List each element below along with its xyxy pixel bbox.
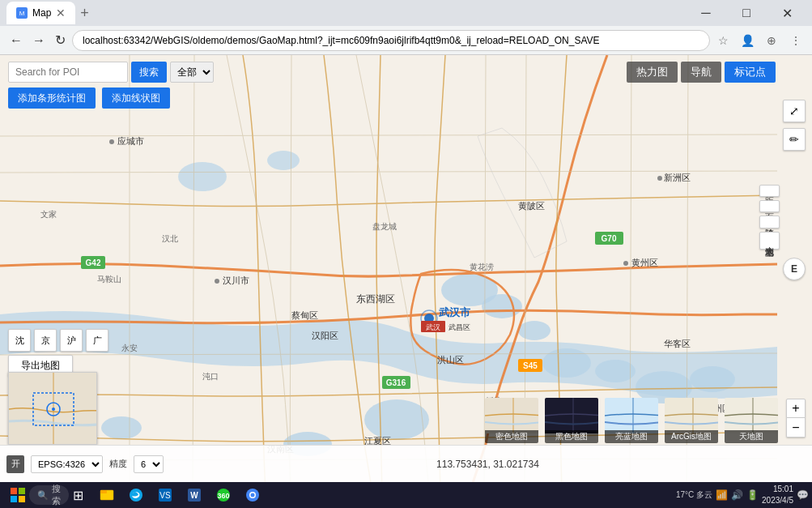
svg-rect-57: [545, 398, 600, 433]
svg-text:东西湖区: 东西湖区: [356, 293, 395, 305]
layer-blue-label: 亮蓝地图: [605, 430, 658, 443]
svg-text:G316: G316: [386, 378, 406, 387]
svg-point-12: [267, 151, 300, 170]
layer-arcgis-map[interactable]: ArcGis地图: [663, 396, 720, 445]
taskbar-task-view[interactable]: ⊞: [65, 484, 91, 506]
poi-search-input[interactable]: [8, 62, 128, 83]
layer-blue-map[interactable]: 亮蓝地图: [603, 396, 660, 445]
zoom-out-button[interactable]: −: [786, 418, 806, 438]
mini-map: [8, 372, 97, 445]
back-button[interactable]: ←: [6, 30, 26, 51]
compass[interactable]: E: [783, 258, 806, 280]
precision-select[interactable]: 6: [134, 455, 164, 473]
new-tab-button[interactable]: +: [75, 5, 94, 22]
category-select[interactable]: 全部 餐饮 住宿 购物 景点: [170, 62, 214, 83]
toggle-button[interactable]: 开: [6, 455, 24, 473]
layer-black-map[interactable]: 黑色地图: [543, 396, 600, 445]
heatmap-button[interactable]: 热力图: [627, 62, 678, 83]
taskbar-explorer[interactable]: [94, 484, 120, 506]
svg-point-2: [482, 294, 522, 318]
tray-sound-icon[interactable]: 🔊: [731, 489, 743, 501]
extensions-icon[interactable]: ⊕: [762, 31, 781, 50]
tray-battery-icon[interactable]: 🔋: [746, 489, 759, 501]
tray-network-icon[interactable]: 📶: [716, 489, 728, 501]
svg-point-33: [657, 176, 662, 181]
svg-point-11: [178, 162, 227, 191]
time-display[interactable]: 15:01 2023/4/5: [762, 484, 793, 506]
pencil-button[interactable]: ✏: [783, 128, 806, 151]
svg-point-10: [101, 416, 142, 439]
svg-text:G70: G70: [602, 234, 617, 243]
svg-text:新洲区: 新洲区: [664, 173, 691, 182]
layer-tianditu-label: 天地图: [725, 430, 778, 443]
weather-display: 17°C 多云: [676, 489, 712, 501]
clear-measure-button[interactable]: 清除: [759, 216, 780, 228]
area-measure-button[interactable]: 面: [759, 200, 780, 212]
add-bar-chart-button[interactable]: 添加条形统计图: [8, 88, 96, 109]
svg-text:武汉市: 武汉市: [439, 306, 471, 318]
forward-button[interactable]: →: [29, 30, 49, 51]
navigation-button[interactable]: 导航: [681, 62, 721, 83]
taskbar-word[interactable]: W: [181, 484, 207, 506]
svg-text:黄州区: 黄州区: [631, 258, 658, 267]
tab-title: Map: [32, 7, 51, 19]
settings-icon[interactable]: ⋮: [786, 31, 806, 50]
route-jing-btn[interactable]: 京: [34, 329, 57, 352]
maximize-button[interactable]: □: [728, 2, 765, 24]
layer-dense-map[interactable]: 密色地图: [483, 396, 540, 445]
map-container[interactable]: G70 G316 G42 S45 应城市 汉川市 东西湖区 汉阳区 蔡甸区 洪山…: [0, 55, 812, 482]
address-bar-row: ← → ↻ ☆ 👤 ⊕ ⋮: [0, 26, 812, 55]
svg-text:马鞍山: 马鞍山: [97, 275, 121, 284]
svg-point-54: [52, 408, 55, 411]
svg-text:S45: S45: [523, 361, 538, 370]
reload-button[interactable]: ↻: [52, 29, 69, 51]
svg-rect-59: [665, 398, 720, 433]
svg-rect-61: [11, 488, 17, 494]
svg-text:汉阳区: 汉阳区: [312, 331, 338, 340]
taskbar-vscode[interactable]: VS: [152, 484, 178, 506]
marker-button[interactable]: 标记点: [725, 62, 776, 83]
clock-time: 15:01: [762, 484, 793, 495]
taskbar-chrome[interactable]: [240, 484, 266, 506]
clock-date: 2023/4/5: [762, 495, 793, 506]
svg-point-67: [130, 489, 142, 502]
svg-point-22: [109, 139, 114, 144]
taskbar-search-label: 搜索: [52, 483, 61, 507]
active-tab[interactable]: M Map ✕: [6, 2, 75, 24]
close-button[interactable]: ✕: [768, 2, 806, 24]
taskbar-edge[interactable]: [123, 484, 149, 506]
svg-rect-64: [19, 496, 25, 502]
coordinates-display: 113.753431, 31.021734: [170, 459, 806, 470]
svg-text:沌口: 沌口: [202, 372, 219, 381]
svg-text:汉北: 汉北: [162, 234, 178, 243]
geodetic-measure-button[interactable]: 大地测量: [759, 232, 780, 250]
svg-text:G42: G42: [86, 258, 101, 267]
svg-text:武昌区: 武昌区: [449, 323, 470, 331]
search-button[interactable]: 搜索: [131, 62, 167, 83]
notification-icon[interactable]: 💬: [797, 489, 809, 501]
tab-close-btn[interactable]: ✕: [56, 7, 66, 19]
taskbar-search[interactable]: 🔍 搜索: [36, 484, 62, 506]
minimize-button[interactable]: ─: [687, 2, 725, 24]
expand-button[interactable]: ⤢: [783, 100, 806, 122]
svg-text:文家: 文家: [40, 210, 57, 219]
window-controls: ─ □ ✕: [687, 2, 806, 24]
layer-arcgis-label: ArcGis地图: [665, 430, 718, 443]
route-hu-btn[interactable]: 沪: [60, 329, 83, 352]
coordinate-system-select[interactable]: EPSG:4326: [31, 455, 103, 473]
address-input[interactable]: [72, 30, 710, 51]
route-guang-btn[interactable]: 广: [86, 329, 108, 352]
route-shen-btn[interactable]: 沈: [8, 329, 31, 352]
windows-taskbar: 🔍 搜索 ⊞ VS W 360 17°C 多云 📶 🔊 🔋 15:01 2023…: [0, 482, 812, 508]
add-line-chart-button[interactable]: 添加线状图: [102, 88, 170, 109]
svg-text:黄陂区: 黄陂区: [518, 201, 545, 211]
profile-icon[interactable]: 👤: [738, 31, 757, 50]
svg-rect-63: [11, 496, 17, 502]
start-button[interactable]: [3, 484, 32, 506]
layer-tianditu[interactable]: 天地图: [723, 396, 780, 445]
distance-measure-button[interactable]: 距: [759, 185, 780, 197]
route-buttons: 沈 京 沪 广: [8, 329, 108, 352]
bookmark-icon[interactable]: ☆: [713, 31, 733, 50]
zoom-in-button[interactable]: +: [786, 399, 806, 418]
taskbar-360[interactable]: 360: [210, 484, 236, 506]
